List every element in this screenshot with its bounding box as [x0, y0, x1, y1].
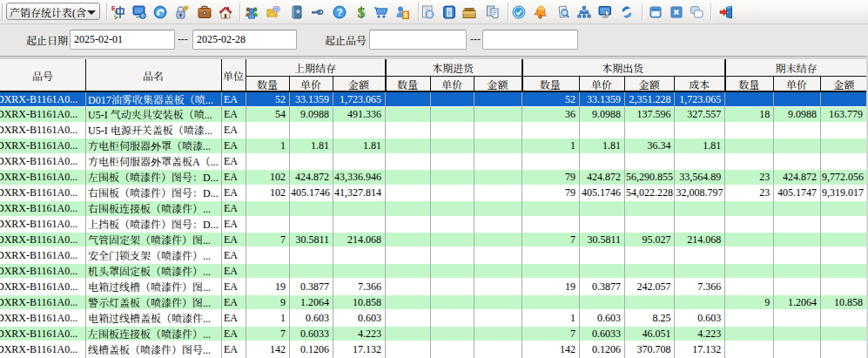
svg-text:$: $ — [358, 5, 366, 19]
svg-text:$: $ — [404, 10, 408, 19]
svg-text:?: ? — [337, 7, 343, 17]
svg-text:E: E — [111, 5, 116, 11]
